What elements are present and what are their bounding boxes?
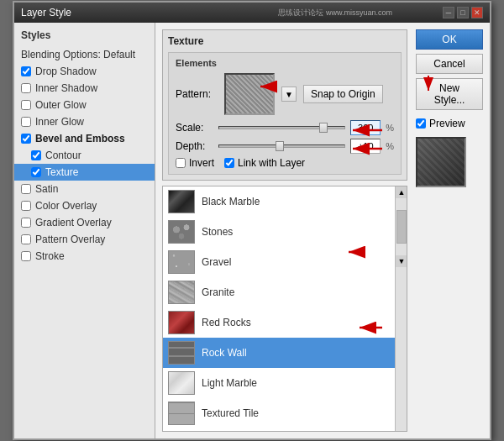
- texture-label-textured-tile: Textured Tile: [202, 407, 259, 419]
- depth-row: Depth: +10 %: [176, 139, 394, 154]
- sidebar-item-outer-glow[interactable]: Outer Glow: [14, 97, 155, 113]
- dialog-title: Layer Style: [21, 7, 71, 18]
- texture-label-red-rocks: Red Rocks: [202, 317, 251, 328]
- pattern-label: Pattern:: [176, 88, 218, 100]
- sidebar-item-blending[interactable]: Blending Options: Default: [14, 46, 155, 63]
- texture-list-item-granite[interactable]: Granite: [163, 277, 407, 307]
- drop-shadow-checkbox[interactable]: [21, 66, 31, 76]
- layer-style-dialog: Layer Style 思练设计论坛 www.missyuan.com ─ □ …: [13, 1, 491, 440]
- contour-label: Contour: [45, 150, 81, 161]
- texture-thumb-granite: [168, 281, 195, 304]
- pattern-dropdown-button[interactable]: ▼: [281, 87, 297, 102]
- texture-list-item-red-rocks[interactable]: Red Rocks: [163, 307, 407, 338]
- color-overlay-checkbox[interactable]: [21, 201, 31, 211]
- inner-shadow-label: Inner Shadow: [35, 82, 97, 94]
- stroke-label: Stroke: [35, 250, 65, 262]
- preview-thumbnail: [416, 137, 466, 187]
- scroll-thumb[interactable]: [396, 210, 407, 244]
- preview-area: Preview: [416, 118, 483, 129]
- dialog-body: Styles Blending Options: Default Drop Sh…: [14, 23, 490, 438]
- scale-value[interactable]: 300: [350, 120, 381, 135]
- snap-origin-button[interactable]: Snap to Origin: [303, 85, 383, 103]
- texture-checkbox[interactable]: [31, 167, 41, 177]
- texture-thumb-gravel: [168, 250, 195, 274]
- scale-slider-track[interactable]: [218, 126, 345, 129]
- texture-list-item-light-marble[interactable]: Light Marble: [163, 368, 407, 398]
- preview-checkbox[interactable]: [416, 118, 426, 129]
- sidebar-item-texture[interactable]: Texture: [14, 164, 155, 181]
- inner-glow-label: Inner Glow: [35, 116, 84, 128]
- sidebar-item-bevel-emboss[interactable]: Bevel and Emboss: [14, 130, 155, 147]
- depth-value[interactable]: +10: [350, 139, 381, 154]
- sidebar-item-inner-glow[interactable]: Inner Glow: [14, 113, 155, 130]
- contour-checkbox[interactable]: [31, 150, 41, 160]
- scale-row: Scale: 300 %: [176, 120, 394, 135]
- texture-thumb-red-rocks: [168, 311, 195, 334]
- link-layer-checkbox[interactable]: [224, 158, 234, 168]
- depth-slider-track[interactable]: [218, 144, 345, 148]
- bevel-emboss-label: Bevel and Emboss: [35, 133, 125, 144]
- texture-label-black-marble: Black Marble: [202, 196, 260, 207]
- maximize-button[interactable]: □: [457, 7, 469, 18]
- minimize-button[interactable]: ─: [443, 7, 454, 18]
- sidebar-item-pattern-overlay[interactable]: Pattern Overlay: [14, 231, 155, 248]
- scroll-down-arrow[interactable]: ▼: [396, 255, 407, 267]
- sidebar-item-contour[interactable]: Contour: [14, 147, 155, 164]
- satin-checkbox[interactable]: [21, 184, 31, 194]
- texture-list-item-black-marble[interactable]: Black Marble: [163, 186, 407, 217]
- sidebar-item-inner-shadow[interactable]: Inner Shadow: [14, 80, 155, 97]
- sidebar-item-satin[interactable]: Satin: [14, 181, 155, 197]
- texture-label: Texture: [45, 166, 78, 178]
- scale-percent: %: [386, 123, 394, 133]
- watermark: 思练设计论坛 www.missyuan.com: [278, 8, 392, 18]
- pattern-preview-inner: [226, 75, 273, 113]
- invert-checkbox[interactable]: [176, 158, 186, 168]
- satin-label: Satin: [35, 183, 58, 195]
- texture-label-rock-wall: Rock Wall: [202, 347, 247, 359]
- texture-thumb-stones: [168, 220, 195, 244]
- pattern-row: Pattern: ▼ Snap to Origin: [176, 73, 394, 115]
- color-overlay-label: Color Overlay: [35, 200, 97, 212]
- sidebar-item-drop-shadow[interactable]: Drop Shadow: [14, 63, 155, 80]
- action-buttons: OK Cancel New Style... Preview: [416, 29, 483, 187]
- sidebar-item-color-overlay[interactable]: Color Overlay: [14, 197, 155, 214]
- checkbox-row: Invert Link with Layer: [176, 157, 394, 169]
- link-layer-item: Link with Layer: [224, 157, 305, 169]
- texture-list-item-gravel[interactable]: Gravel: [163, 247, 407, 277]
- preview-label: Preview: [429, 118, 465, 129]
- scrollbar[interactable]: ▲ ▼: [395, 186, 407, 431]
- texture-section: Texture Elements Pattern: ▼ Snap to Orig…: [162, 29, 407, 181]
- texture-label-stones: Stones: [202, 226, 233, 238]
- scale-slider-thumb[interactable]: [319, 123, 328, 133]
- sidebar-item-gradient-overlay[interactable]: Gradient Overlay: [14, 214, 155, 231]
- texture-list-item-stones[interactable]: Stones: [163, 217, 407, 247]
- depth-slider-thumb[interactable]: [276, 141, 284, 151]
- bevel-emboss-checkbox[interactable]: [21, 134, 31, 144]
- inner-glow-checkbox[interactable]: [21, 117, 31, 127]
- close-button[interactable]: ✕: [471, 7, 483, 18]
- texture-list-item-textured-tile[interactable]: Textured Tile: [163, 398, 407, 428]
- drop-shadow-label: Drop Shadow: [35, 66, 97, 77]
- texture-list-item-dirt[interactable]: Dirt: [163, 428, 407, 431]
- depth-label: Depth:: [176, 140, 213, 152]
- inner-shadow-checkbox[interactable]: [21, 83, 31, 93]
- styles-panel-title: Styles: [14, 28, 155, 46]
- texture-thumb-rock-wall: [168, 341, 195, 365]
- invert-label: Invert: [189, 157, 214, 169]
- new-style-button[interactable]: New Style...: [416, 78, 483, 110]
- title-bar-buttons: ─ □ ✕: [443, 7, 483, 18]
- pattern-overlay-label: Pattern Overlay: [35, 234, 105, 245]
- cancel-button[interactable]: Cancel: [416, 54, 483, 74]
- texture-list-item-rock-wall[interactable]: Rock Wall: [163, 338, 407, 368]
- gradient-overlay-checkbox[interactable]: [21, 218, 31, 228]
- blending-label: Blending Options: Default: [21, 49, 135, 60]
- scroll-up-arrow[interactable]: ▲: [396, 186, 407, 198]
- sidebar-item-stroke[interactable]: Stroke: [14, 248, 155, 265]
- pattern-overlay-checkbox[interactable]: [21, 234, 31, 244]
- outer-glow-checkbox[interactable]: [21, 100, 31, 110]
- stroke-checkbox[interactable]: [21, 251, 31, 261]
- elements-title: Elements: [176, 58, 394, 68]
- ok-button[interactable]: OK: [416, 29, 483, 50]
- texture-thumb-black-marble: [168, 190, 195, 213]
- invert-item: Invert: [176, 157, 214, 169]
